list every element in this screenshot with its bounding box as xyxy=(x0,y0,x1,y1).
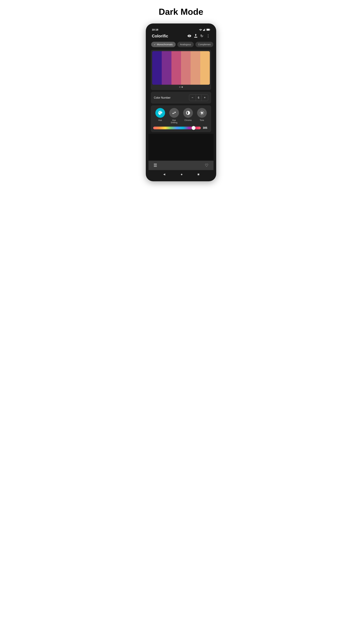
control-hue-shifting[interactable]: Hue Shifting xyxy=(169,108,179,124)
tab-bar: ✓ Monochromatic Analogous Complemen xyxy=(148,41,214,49)
stepper: − 6 + xyxy=(189,94,208,101)
palette-strip[interactable] xyxy=(152,51,210,85)
eye-icon[interactable] xyxy=(188,34,191,38)
svg-rect-3 xyxy=(205,28,205,31)
stepper-value: 6 xyxy=(196,95,202,100)
app-bar: Colorific ↻ xyxy=(148,32,214,41)
swap-icon xyxy=(172,110,176,115)
svg-rect-6 xyxy=(207,29,209,30)
tone-label: Tone xyxy=(200,119,204,122)
control-tone[interactable]: Tone xyxy=(197,108,207,124)
palette-icon xyxy=(158,110,163,115)
system-nav: ◄ ● ■ xyxy=(148,170,214,178)
palette-color-4 xyxy=(181,51,191,85)
empty-space xyxy=(148,134,214,161)
recent-button[interactable]: ■ xyxy=(197,172,199,176)
tab-monochromatic[interactable]: ✓ Monochromatic xyxy=(151,42,176,47)
phone-outer: 10:18 xyxy=(146,24,216,181)
tab-analogous[interactable]: Analogous xyxy=(177,42,194,47)
control-icons-row: Hue Hue Shifting xyxy=(153,108,209,124)
page-wrapper: Dark Mode 10:18 xyxy=(136,7,226,181)
chroma-circle[interactable] xyxy=(183,108,193,118)
battery-icon xyxy=(206,29,210,31)
check-icon: ✓ xyxy=(154,43,156,46)
share-icon[interactable] xyxy=(194,34,197,38)
bottom-nav: ☰ ♡ xyxy=(148,161,214,170)
phone-screen: 10:18 xyxy=(148,26,214,178)
hue-circle[interactable] xyxy=(155,108,165,118)
eye-svg xyxy=(188,34,191,37)
color-number-row: Color Number − 6 + xyxy=(151,92,211,104)
wifi-icon xyxy=(199,28,202,31)
list-icon[interactable]: ☰ xyxy=(153,163,157,168)
svg-rect-2 xyxy=(204,29,205,31)
stepper-minus[interactable]: − xyxy=(189,94,196,101)
palette-color-5 xyxy=(191,51,200,85)
palette-color-6 xyxy=(200,51,210,85)
palette-color-2 xyxy=(162,51,171,85)
tab-complementary[interactable]: Complemen xyxy=(195,42,213,47)
palette-container xyxy=(151,50,211,90)
tone-circle[interactable] xyxy=(197,108,207,118)
app-bar-title: Colorific xyxy=(152,34,168,38)
dot-2[interactable] xyxy=(182,86,183,88)
stepper-plus[interactable]: + xyxy=(201,94,208,101)
svg-rect-5 xyxy=(210,29,210,30)
hue-shifting-label: Hue Shifting xyxy=(171,119,177,124)
page-title: Dark Mode xyxy=(159,7,203,17)
status-bar: 10:18 xyxy=(148,26,214,32)
svg-rect-0 xyxy=(203,30,204,31)
hue-thumb[interactable] xyxy=(192,126,196,130)
share-svg xyxy=(194,34,197,38)
home-button[interactable]: ● xyxy=(181,172,183,176)
tab-analogous-label: Analogous xyxy=(180,43,191,46)
controls-container: Hue Hue Shifting xyxy=(151,105,211,132)
invert-icon xyxy=(186,110,190,115)
hue-slider-track[interactable] xyxy=(153,126,201,129)
signal-icon xyxy=(203,28,205,31)
palette-color-1 xyxy=(152,51,162,85)
palette-color-3 xyxy=(171,51,181,85)
svg-rect-1 xyxy=(204,29,204,31)
status-icons xyxy=(199,28,210,31)
refresh-icon[interactable]: ↻ xyxy=(200,34,203,38)
brightness-icon xyxy=(200,110,204,115)
back-button[interactable]: ◄ xyxy=(163,172,166,176)
tab-complementary-label: Complemen xyxy=(198,43,211,46)
status-time: 10:18 xyxy=(152,28,158,31)
heart-icon[interactable]: ♡ xyxy=(205,163,209,168)
hue-slider-row: 305 xyxy=(153,126,209,130)
more-icon[interactable]: ⋮ xyxy=(206,34,210,38)
hue-label: Hue xyxy=(158,119,162,122)
hue-value: 305 xyxy=(203,126,209,130)
control-hue[interactable]: Hue xyxy=(155,108,165,124)
app-actions: ↻ ⋮ xyxy=(188,34,210,38)
tab-monochromatic-label: Monochromatic xyxy=(157,43,173,46)
color-number-label: Color Number xyxy=(154,96,171,99)
chroma-label: Chroma xyxy=(184,119,192,122)
control-chroma[interactable]: Chroma xyxy=(183,108,193,124)
dot-1[interactable] xyxy=(179,86,180,88)
palette-dots xyxy=(152,86,210,88)
hue-shifting-circle[interactable] xyxy=(169,108,179,118)
